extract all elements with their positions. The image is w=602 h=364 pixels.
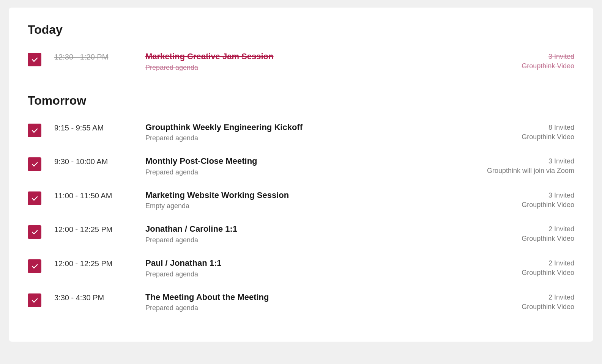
meeting-subtitle: Prepared agenda [145, 64, 476, 72]
checkbox-col [28, 156, 50, 171]
meeting-title: Monthly Post-Close Meeting [145, 156, 476, 167]
meeting-row[interactable]: 3:30 - 4:30 PMThe Meeting About the Meet… [28, 285, 574, 319]
meeting-row[interactable]: 9:15 - 9:55 AMGroupthink Weekly Engineer… [28, 115, 574, 149]
meeting-row[interactable]: 12:00 - 12:25 PMJonathan / Caroline 1:1P… [28, 217, 574, 251]
meeting-subtitle: Prepared agenda [145, 168, 476, 176]
meeting-time: 9:30 - 10:00 AM [50, 156, 138, 166]
meeting-time: 12:00 - 12:25 PM [50, 224, 138, 234]
meeting-subtitle: Prepared agenda [145, 236, 476, 244]
section-today: Today 12:30 - 1:20 PMMarketing Creative … [28, 23, 574, 78]
checkbox-icon[interactable] [28, 225, 41, 239]
meeting-subtitle: Empty agenda [145, 202, 476, 210]
meeting-details: Monthly Post-Close MeetingPrepared agend… [138, 156, 476, 176]
meeting-meta: 2 InvitedGroupthink Video [476, 258, 574, 277]
meeting-meta: 3 InvitedGroupthink Video [476, 190, 574, 209]
meeting-time: 3:30 - 4:30 PM [50, 292, 138, 302]
meeting-list-tomorrow: 9:15 - 9:55 AMGroupthink Weekly Engineer… [28, 115, 574, 319]
meeting-time: 9:15 - 9:55 AM [50, 122, 138, 132]
meeting-meta: 2 InvitedGroupthink Video [476, 292, 574, 311]
meeting-details: Jonathan / Caroline 1:1Prepared agenda [138, 224, 476, 244]
checkmark-icon [31, 160, 38, 168]
meeting-details: Marketing Creative Jam SessionPrepared a… [138, 51, 476, 72]
meeting-details: Paul / Jonathan 1:1Prepared agenda [138, 258, 476, 278]
meeting-row[interactable]: 12:30 - 1:20 PMMarketing Creative Jam Se… [28, 44, 574, 78]
meeting-platform: Groupthink Video [476, 269, 574, 277]
checkbox-col [28, 224, 50, 239]
meeting-time: 11:00 - 11:50 AM [50, 190, 138, 200]
meeting-time: 12:00 - 12:25 PM [50, 258, 138, 268]
meeting-platform: Groupthink Video [476, 201, 574, 209]
meeting-subtitle: Prepared agenda [145, 134, 476, 142]
checkmark-icon [31, 262, 38, 270]
meeting-meta: 8 InvitedGroupthink Video [476, 122, 574, 141]
checkbox-icon[interactable] [28, 124, 41, 137]
meeting-title: Jonathan / Caroline 1:1 [145, 224, 476, 235]
checkmark-icon [31, 195, 38, 202]
meeting-meta: 3 InvitedGroupthink will join via Zoom [476, 156, 574, 175]
meeting-row[interactable]: 11:00 - 11:50 AMMarketing Website Workin… [28, 183, 574, 217]
section-tomorrow: Tomorrow 9:15 - 9:55 AMGroupthink Weekly… [28, 94, 574, 319]
meeting-title: Paul / Jonathan 1:1 [145, 258, 476, 269]
meeting-platform: Groupthink Video [476, 235, 574, 243]
checkbox-col [28, 122, 50, 137]
checkmark-icon [31, 56, 38, 63]
meeting-platform: Groupthink will join via Zoom [476, 167, 574, 175]
meeting-title: Marketing Creative Jam Session [145, 51, 476, 62]
meeting-invited-count: 2 Invited [476, 259, 574, 267]
meeting-invited-count: 2 Invited [476, 225, 574, 233]
checkmark-icon [31, 127, 38, 134]
checkbox-icon[interactable] [28, 259, 41, 273]
meeting-platform: Groupthink Video [476, 133, 574, 141]
checkmark-icon [31, 297, 38, 304]
meeting-invited-count: 3 Invited [476, 191, 574, 199]
meeting-subtitle: Prepared agenda [145, 304, 476, 312]
meeting-meta: 2 InvitedGroupthink Video [476, 224, 574, 243]
meeting-list-today: 12:30 - 1:20 PMMarketing Creative Jam Se… [28, 44, 574, 78]
meeting-details: The Meeting About the MeetingPrepared ag… [138, 292, 476, 312]
checkbox-col [28, 292, 50, 307]
meeting-title: The Meeting About the Meeting [145, 292, 476, 303]
checkbox-col [28, 51, 50, 66]
meeting-platform: Groupthink Video [476, 62, 574, 70]
meeting-row[interactable]: 12:00 - 12:25 PMPaul / Jonathan 1:1Prepa… [28, 251, 574, 285]
checkmark-icon [31, 228, 38, 236]
checkbox-icon[interactable] [28, 53, 41, 66]
checkbox-icon[interactable] [28, 191, 41, 205]
meeting-title: Groupthink Weekly Engineering Kickoff [145, 122, 476, 133]
checkbox-icon[interactable] [28, 293, 41, 307]
meeting-invited-count: 8 Invited [476, 124, 574, 132]
meeting-subtitle: Prepared agenda [145, 270, 476, 278]
meeting-row[interactable]: 9:30 - 10:00 AMMonthly Post-Close Meetin… [28, 149, 574, 183]
meeting-title: Marketing Website Working Session [145, 190, 476, 201]
checkbox-col [28, 190, 50, 205]
meeting-time: 12:30 - 1:20 PM [50, 51, 138, 61]
section-heading-tomorrow: Tomorrow [28, 94, 574, 108]
meeting-invited-count: 3 Invited [476, 53, 574, 61]
section-heading-today: Today [28, 23, 574, 37]
meeting-invited-count: 3 Invited [476, 157, 574, 165]
meeting-platform: Groupthink Video [476, 303, 574, 311]
meeting-details: Marketing Website Working SessionEmpty a… [138, 190, 476, 210]
checkbox-col [28, 258, 50, 273]
meeting-meta: 3 InvitedGroupthink Video [476, 51, 574, 70]
meeting-invited-count: 2 Invited [476, 293, 574, 301]
calendar-card: Today 12:30 - 1:20 PMMarketing Creative … [9, 8, 593, 342]
checkbox-icon[interactable] [28, 157, 41, 171]
meeting-details: Groupthink Weekly Engineering KickoffPre… [138, 122, 476, 143]
